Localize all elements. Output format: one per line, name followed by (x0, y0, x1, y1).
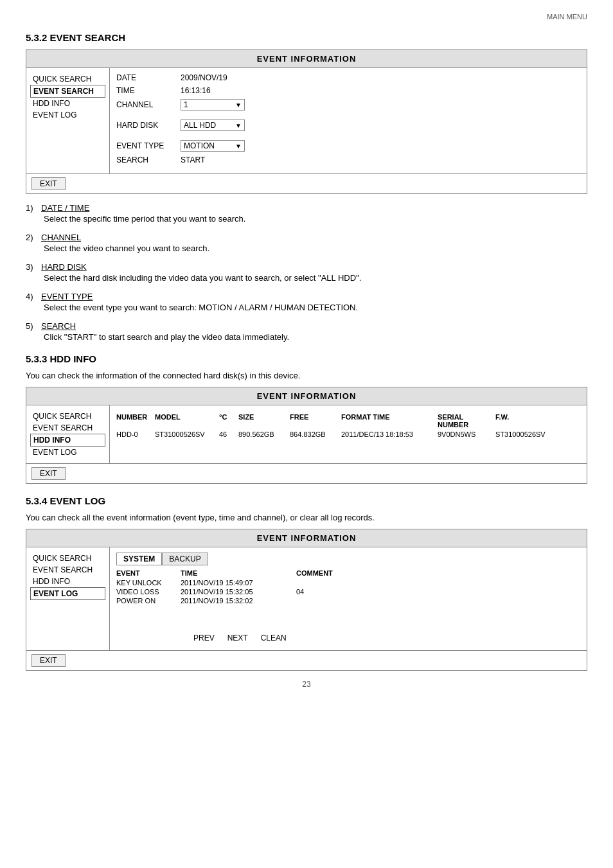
hdd-col-headers: NUMBER MODEL °C SIZE FREE FORMAT TIME SE… (116, 411, 580, 430)
list-title-5: SEARCH (41, 321, 76, 331)
log-tab-system[interactable]: SYSTEM (116, 553, 162, 565)
time-label: TIME (116, 86, 181, 95)
col-header-format: FORMAT TIME (341, 413, 438, 429)
event-log-exit-button[interactable]: EXIT (31, 654, 66, 667)
sidebar-item-hdd-info[interactable]: HDD INFO (30, 98, 105, 109)
list-item-5: 5) SEARCH Click "START" to start search … (26, 321, 587, 342)
channel-select-arrow: ▼ (235, 102, 242, 109)
channel-select[interactable]: 1 ▼ (181, 99, 245, 111)
date-field-row: DATE 2009/NOV/19 (116, 73, 580, 82)
section-532-title: 5.3.2 EVENT SEARCH (26, 32, 587, 43)
event-type-select[interactable]: MOTION ▼ (181, 140, 245, 152)
event-log-table: EVENT INFORMATION QUICK SEARCH EVENT SEA… (26, 529, 587, 671)
hdd-0-format-time: 2011/DEC/13 18:18:53 (341, 430, 438, 438)
log-sidebar-event-log[interactable]: EVENT LOG (30, 587, 105, 600)
hdd-data-row-0: HDD-0 ST31000526SV 46 890.562GB 864.832G… (116, 430, 580, 439)
hdd-info-footer: EXIT (26, 463, 587, 483)
log-0-comment (296, 579, 348, 587)
col-header-size: SIZE (238, 413, 290, 429)
hard-disk-select-arrow: ▼ (235, 122, 242, 129)
page-number: 23 (26, 680, 587, 689)
event-log-table-header: EVENT INFORMATION (26, 529, 587, 547)
log-prev-button[interactable]: PREV (193, 633, 215, 642)
hard-disk-field-row: HARD DISK ALL HDD ▼ (116, 120, 580, 131)
event-search-sidebar: QUICK SEARCH EVENT SEARCH HDD INFO EVENT… (26, 68, 110, 173)
hdd-0-serial: 9V0DN5WS (438, 430, 495, 438)
hard-disk-label: HARD DISK (116, 121, 181, 130)
hdd-sidebar-quick-search[interactable]: QUICK SEARCH (30, 411, 105, 422)
event-log-sidebar: QUICK SEARCH EVENT SEARCH HDD INFO EVENT… (26, 547, 110, 650)
log-1-comment: 04 (296, 588, 348, 596)
log-clean-button[interactable]: CLEAN (261, 633, 287, 642)
hdd-0-model: ST31000526SV (155, 430, 219, 438)
list-desc-1: Select the specific time period that you… (44, 214, 587, 224)
col-header-serial: SERIAL NUMBER (438, 413, 495, 429)
log-1-time: 2011/NOV/19 15:32:05 (181, 588, 296, 596)
hdd-0-fw: ST31000526SV (495, 430, 560, 438)
channel-label: CHANNEL (116, 100, 181, 109)
list-title-2: CHANNEL (41, 233, 81, 242)
col-header-model: MODEL (155, 413, 219, 429)
log-next-button[interactable]: NEXT (227, 633, 248, 642)
hdd-0-number: HDD-0 (116, 430, 155, 438)
list-num-1: 1) (26, 203, 41, 213)
sidebar-item-quick-search[interactable]: QUICK SEARCH (30, 73, 105, 85)
sidebar-item-event-search[interactable]: EVENT SEARCH (30, 85, 105, 98)
event-search-exit-button[interactable]: EXIT (31, 177, 66, 190)
event-search-footer: EXIT (26, 173, 587, 193)
sidebar-item-event-log[interactable]: EVENT LOG (30, 109, 105, 121)
hdd-sidebar-event-search[interactable]: EVENT SEARCH (30, 422, 105, 434)
hdd-sidebar-hdd-info[interactable]: HDD INFO (30, 434, 105, 447)
event-search-table-header: EVENT INFORMATION (26, 50, 587, 68)
log-2-time: 2011/NOV/19 15:32:02 (181, 597, 296, 605)
log-sidebar-quick-search[interactable]: QUICK SEARCH (30, 553, 105, 564)
list-desc-4: Select the event type you want to search… (44, 303, 587, 312)
list-title-1: DATE / TIME (41, 203, 89, 213)
date-label: DATE (116, 73, 181, 82)
log-col-header-event: EVENT (116, 569, 181, 577)
log-row-1: VIDEO LOSS 2011/NOV/19 15:32:05 04 (116, 587, 580, 596)
list-item-4: 4) EVENT TYPE Select the event type you … (26, 292, 587, 312)
date-value: 2009/NOV/19 (181, 73, 227, 82)
col-header-number: NUMBER (116, 413, 155, 429)
hdd-info-main: NUMBER MODEL °C SIZE FREE FORMAT TIME SE… (110, 405, 587, 463)
time-field-row: TIME 16:13:16 (116, 86, 580, 95)
section-533-intro: You can check the information of the con… (26, 371, 587, 380)
log-2-comment (296, 597, 348, 605)
event-log-footer: EXIT (26, 650, 587, 670)
log-tab-backup[interactable]: BACKUP (162, 553, 208, 565)
list-num-3: 3) (26, 262, 41, 272)
event-type-select-arrow: ▼ (235, 143, 242, 150)
list-item-3: 3) HARD DISK Select the hard disk includ… (26, 262, 587, 283)
section-533-title: 5.3.3 HDD INFO (26, 353, 587, 364)
channel-field-row: CHANNEL 1 ▼ (116, 99, 580, 111)
list-desc-2: Select the video channel you want to sea… (44, 244, 587, 253)
section-534-title: 5.3.4 EVENT LOG (26, 495, 587, 506)
hard-disk-select[interactable]: ALL HDD ▼ (181, 120, 245, 131)
log-sidebar-event-search[interactable]: EVENT SEARCH (30, 564, 105, 576)
list-desc-3: Select the hard disk including the video… (44, 273, 587, 283)
event-type-label: EVENT TYPE (116, 141, 181, 150)
list-title-3: HARD DISK (41, 262, 87, 272)
main-menu-label: MAIN MENU (26, 13, 587, 21)
list-item-1: 1) DATE / TIME Select the specific time … (26, 203, 587, 224)
hdd-sidebar-event-log[interactable]: EVENT LOG (30, 447, 105, 458)
event-type-field-row: EVENT TYPE MOTION ▼ (116, 140, 580, 152)
col-header-fw: F.W. (495, 413, 560, 429)
list-desc-5: Click "START" to start search and play t… (44, 332, 587, 342)
log-tab-bar: SYSTEM BACKUP (116, 553, 580, 565)
log-2-event: POWER ON (116, 597, 181, 605)
hdd-info-table: EVENT INFORMATION QUICK SEARCH EVENT SEA… (26, 387, 587, 484)
search-label: SEARCH (116, 155, 181, 164)
event-search-main: DATE 2009/NOV/19 TIME 16:13:16 CHANNEL 1… (110, 68, 587, 173)
hdd-info-table-header: EVENT INFORMATION (26, 387, 587, 405)
log-sidebar-hdd-info[interactable]: HDD INFO (30, 576, 105, 587)
log-0-time: 2011/NOV/19 15:49:07 (181, 579, 296, 587)
time-value: 16:13:16 (181, 86, 211, 95)
hdd-info-exit-button[interactable]: EXIT (31, 467, 66, 480)
search-value[interactable]: START (181, 155, 205, 164)
log-col-header-time: TIME (181, 569, 296, 577)
log-col-header-comment: COMMENT (296, 569, 348, 577)
log-row-2: POWER ON 2011/NOV/19 15:32:02 (116, 596, 580, 605)
search-field-row: SEARCH START (116, 155, 580, 164)
